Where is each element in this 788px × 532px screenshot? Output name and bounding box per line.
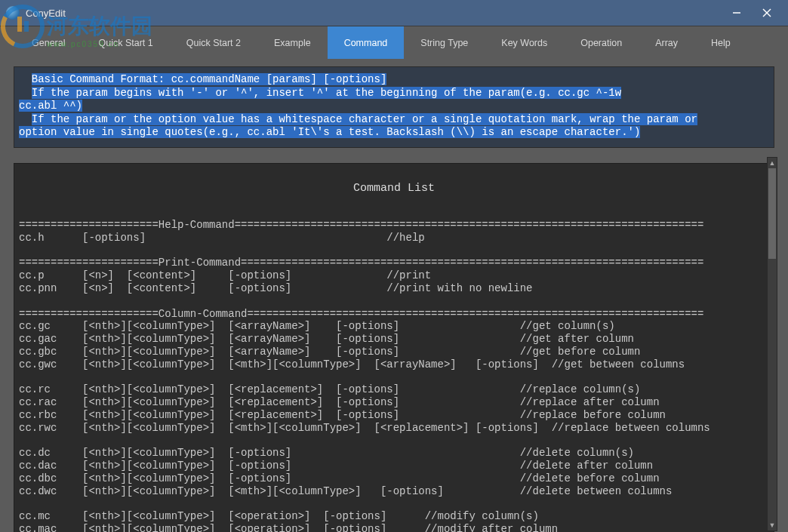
info-line: cc.abl ^^)	[19, 100, 769, 113]
code-line: cc.mc [<nth>][<columnType>] [<operation>…	[19, 510, 539, 522]
close-icon	[762, 8, 771, 17]
code-line: cc.gc [<nth>][<columnType>] [<arrayName>…	[19, 320, 615, 332]
info-line: option value in single quotes(e.g., cc.a…	[19, 126, 769, 140]
tab-example[interactable]: Example	[257, 26, 328, 59]
code-line: cc.dbc [<nth>][<columnType>] [-options] …	[19, 472, 660, 484]
code-line: cc.rc [<nth>][<columnType>] [<replacemen…	[19, 383, 640, 395]
code-line: cc.rwc [<nth>][<columnType>] [<mth>][<co…	[19, 422, 710, 434]
tab-bar: General Quick Start 1 Quick Start 2 Exam…	[0, 26, 788, 59]
info-line: If the param begins with '-' or '^', ins…	[19, 87, 769, 100]
code-line: cc.rac [<nth>][<columnType>] [<replaceme…	[19, 396, 660, 408]
code-line: cc.rbc [<nth>][<columnType>] [<replaceme…	[19, 409, 666, 421]
tab-help[interactable]: Help	[694, 26, 747, 59]
app-icon	[6, 6, 20, 20]
code-line: ======================Help-Command======…	[19, 219, 703, 231]
scroll-down-arrow-icon[interactable]: ▼	[768, 520, 777, 530]
command-list-heading: Command List	[19, 182, 769, 195]
info-line: If the param or the option value has a w…	[19, 113, 769, 127]
code-line: ======================Print-Command=====…	[19, 257, 703, 269]
content-area: Basic Command Format: cc.commandName [pa…	[0, 59, 788, 532]
vertical-scrollbar[interactable]: ▲ ▼	[767, 157, 777, 531]
code-line: cc.gac [<nth>][<columnType>] [<arrayName…	[19, 333, 634, 345]
tab-key-words[interactable]: Key Words	[485, 26, 564, 59]
info-line: Basic Command Format: cc.commandName [pa…	[19, 73, 769, 87]
code-line: cc.mac [<nth>][<columnType>] [<operation…	[19, 523, 558, 532]
window-title: ConyEdit	[26, 8, 66, 19]
code-line: cc.dac [<nth>][<columnType>] [-options] …	[19, 460, 653, 472]
code-line: cc.h [-options] //help	[19, 232, 425, 244]
scroll-up-arrow-icon[interactable]: ▲	[768, 158, 777, 168]
tab-quick-start-1[interactable]: Quick Start 1	[82, 26, 169, 59]
code-line: cc.dwc [<nth>][<columnType>] [<mth>][<co…	[19, 485, 672, 497]
title-bar: ConyEdit	[0, 0, 788, 26]
tab-array[interactable]: Array	[639, 26, 694, 59]
info-panel[interactable]: Basic Command Format: cc.commandName [pa…	[14, 66, 774, 148]
scrollbar-thumb[interactable]	[768, 168, 776, 259]
code-line: cc.dc [<nth>][<columnType>] [-options] /…	[19, 447, 634, 459]
tab-operation[interactable]: Operation	[564, 26, 639, 59]
code-line: cc.pnn [<n>] [<content>] [-options] //pr…	[19, 282, 533, 294]
minimize-icon	[732, 8, 741, 17]
tab-quick-start-2[interactable]: Quick Start 2	[170, 26, 257, 59]
minimize-button[interactable]	[722, 1, 752, 25]
code-line: cc.p [<n>] [<content>] [-options] //prin…	[19, 269, 431, 281]
code-line: cc.gbc [<nth>][<columnType>] [<arrayName…	[19, 346, 640, 358]
tab-string-type[interactable]: String Type	[404, 26, 485, 59]
close-button[interactable]	[752, 1, 782, 25]
tab-command[interactable]: Command	[328, 26, 405, 59]
command-list-panel[interactable]: Command List ======================Help-…	[14, 163, 774, 533]
code-line: ======================Column-Command====…	[19, 308, 703, 320]
tab-general[interactable]: General	[15, 26, 82, 59]
code-line: cc.gwc [<nth>][<columnType>] [<mth>][<co…	[19, 358, 685, 371]
